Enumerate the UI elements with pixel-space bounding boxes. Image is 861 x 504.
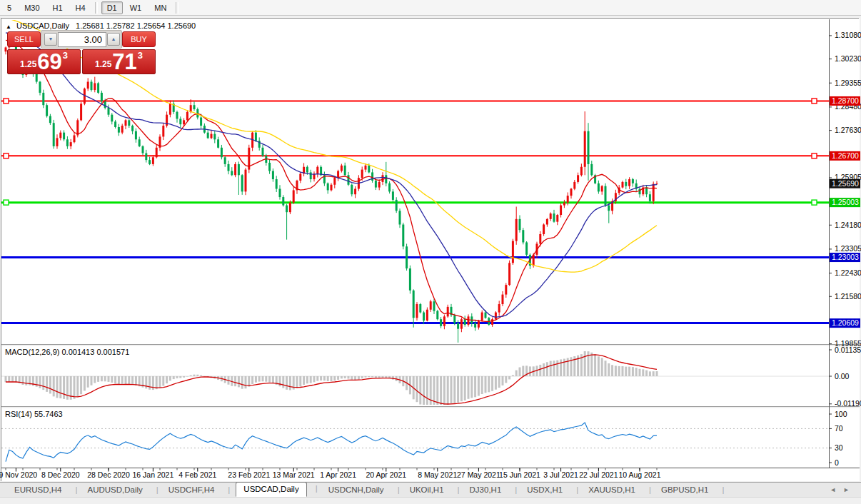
svg-text:1.27630: 1.27630 bbox=[835, 126, 861, 134]
buy-button[interactable]: BUY bbox=[122, 31, 156, 47]
date-label: 8 Dec 2020 bbox=[41, 470, 80, 479]
volume-input[interactable] bbox=[58, 32, 106, 47]
chart-symbol-label: USDCAD,Daily bbox=[16, 21, 69, 30]
svg-text:-0.01190: -0.01190 bbox=[835, 399, 861, 408]
date-label: 28 Dec 2020 bbox=[87, 470, 130, 479]
line-handle[interactable] bbox=[4, 153, 9, 158]
date-label: 16 Jan 2021 bbox=[132, 470, 173, 479]
chart-background bbox=[1, 19, 860, 481]
ask-price-pips: 71 bbox=[112, 51, 136, 72]
date-label: 1 Apr 2021 bbox=[320, 470, 356, 479]
svg-text:70: 70 bbox=[835, 424, 843, 433]
price-tag: 1.23003 bbox=[832, 253, 859, 261]
chevron-down-icon: ▼ bbox=[49, 36, 54, 41]
ask-price-panel[interactable]: 1.25 71 3 bbox=[82, 49, 156, 74]
bid-price-panel[interactable]: 1.25 69 3 bbox=[7, 49, 81, 74]
date-label: 15 Jun 2021 bbox=[499, 470, 540, 479]
svg-text:30: 30 bbox=[835, 443, 843, 452]
svg-text:1.31080: 1.31080 bbox=[835, 31, 861, 39]
line-handle[interactable] bbox=[4, 99, 9, 104]
svg-text:1.23305: 1.23305 bbox=[835, 244, 861, 253]
volume-increase-button[interactable]: ▲ bbox=[107, 33, 120, 46]
chart-canvas[interactable]: MACD(12,26,9) 0.001413 0.001571RSI(14) 5… bbox=[0, 0, 861, 504]
svg-text:0.01135: 0.01135 bbox=[835, 346, 861, 354]
date-label: 19 Nov 2020 bbox=[0, 470, 37, 479]
date-label: 8 May 2021 bbox=[418, 470, 457, 479]
macd-label: MACD(12,26,9) 0.001413 0.001571 bbox=[5, 348, 129, 356]
svg-text:1.22430: 1.22430 bbox=[835, 268, 861, 277]
svg-text:1.29355: 1.29355 bbox=[835, 79, 861, 87]
chart-symbol-header: ▲ USDCAD,Daily 1.25681 1.25782 1.25654 1… bbox=[6, 21, 196, 30]
ask-price-prefix: 1.25 bbox=[95, 59, 111, 69]
line-handle[interactable] bbox=[4, 200, 9, 205]
ask-price-point: 3 bbox=[138, 50, 143, 61]
date-label: 20 Apr 2021 bbox=[366, 470, 406, 479]
bid-price-pips: 69 bbox=[37, 51, 61, 72]
chevron-up-icon: ▲ bbox=[111, 36, 116, 41]
line-handle[interactable] bbox=[812, 153, 817, 158]
bid-price-point: 3 bbox=[63, 50, 68, 61]
date-label: 13 Mar 2021 bbox=[273, 470, 315, 479]
svg-text:100: 100 bbox=[835, 410, 847, 418]
svg-text:0: 0 bbox=[835, 458, 839, 467]
chart-ohlc-values: 1.25681 1.25782 1.25654 1.25690 bbox=[76, 21, 196, 30]
date-label: 10 Aug 2021 bbox=[619, 470, 661, 479]
price-tag: 1.25690 bbox=[832, 179, 859, 188]
svg-text:1.21580: 1.21580 bbox=[835, 292, 861, 301]
date-label: 27 May 2021 bbox=[457, 470, 500, 479]
bid-price-prefix: 1.25 bbox=[20, 59, 36, 69]
price-tag: 1.20609 bbox=[832, 318, 859, 327]
collapse-arrow-icon[interactable]: ▲ bbox=[6, 24, 11, 30]
volume-decrease-button[interactable]: ▼ bbox=[44, 33, 57, 46]
sell-button[interactable]: SELL bbox=[7, 31, 41, 47]
price-tag: 1.28700 bbox=[832, 96, 859, 105]
one-click-trading-panel: SELL ▼ ▲ BUY 1.25 69 3 1.25 71 3 bbox=[7, 30, 156, 74]
date-label: 23 Feb 2021 bbox=[228, 470, 270, 479]
line-handle[interactable] bbox=[812, 200, 817, 205]
date-label: 3 Jul 2021 bbox=[543, 470, 578, 479]
price-tag: 1.26700 bbox=[832, 151, 859, 160]
volume-spinner: ▼ ▲ bbox=[41, 30, 122, 49]
svg-text:1.24180: 1.24180 bbox=[835, 221, 861, 229]
date-label: 4 Feb 2021 bbox=[178, 470, 216, 479]
line-handle[interactable] bbox=[812, 99, 817, 104]
rsi-label: RSI(14) 55.7463 bbox=[5, 410, 63, 418]
svg-text:1.30230: 1.30230 bbox=[835, 54, 861, 63]
price-tag: 1.25003 bbox=[832, 198, 859, 206]
date-label: 22 Jul 2021 bbox=[579, 470, 618, 479]
svg-text:0.00: 0.00 bbox=[835, 372, 850, 380]
